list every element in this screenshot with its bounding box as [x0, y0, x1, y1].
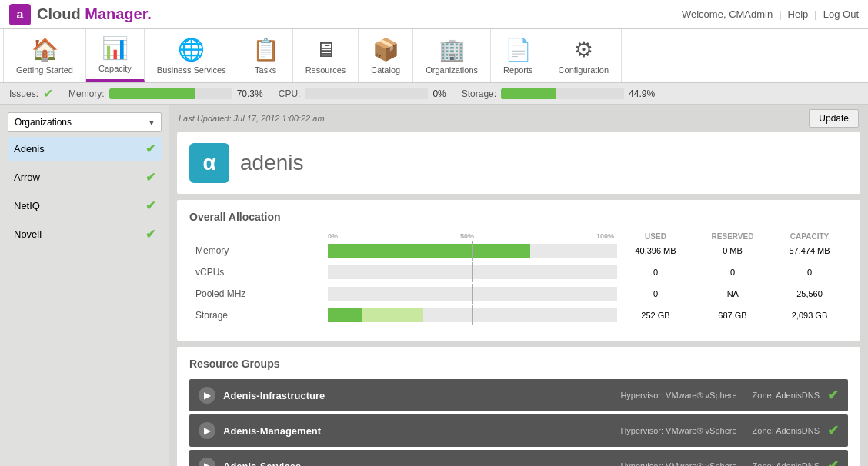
- help-link[interactable]: Help: [788, 8, 809, 20]
- sidebar-novell-label: Novell: [14, 228, 42, 240]
- memory-progress-fill: [109, 88, 195, 99]
- storage-reserved-val: 687 GB: [694, 311, 771, 320]
- sidebar-adenis-label: Adenis: [14, 143, 45, 155]
- rg-info-0: Hypervisor: VMware® vSphere Zone: Adenis…: [620, 391, 820, 400]
- content-top-bar: Last Updated: Jul 17, 2012 1:00:22 am Up…: [169, 105, 868, 132]
- issues-label: Issues:: [9, 88, 38, 99]
- nav-capacity[interactable]: 📊 Capacity: [86, 29, 145, 82]
- reports-icon: 📄: [505, 37, 532, 62]
- org-logo: α: [189, 143, 229, 183]
- nav-business-services-label: Business Services: [157, 65, 226, 75]
- storage-used-val: 252 GB: [617, 311, 694, 320]
- nav-organizations-label: Organizations: [426, 65, 478, 75]
- app-title: Cloud Manager.: [37, 5, 152, 23]
- sidebar-item-arrow[interactable]: Arrow ✔: [8, 165, 162, 189]
- content-area: Last Updated: Jul 17, 2012 1:00:22 am Up…: [169, 105, 868, 466]
- nav-reports[interactable]: 📄 Reports: [491, 29, 546, 82]
- memory-reserved-val: 0 MB: [694, 246, 771, 255]
- alloc-row-pooledmhz: Pooled MHz 0 - NA - 25,560: [189, 287, 848, 301]
- resource-groups-card: Resource Groups ▶ Adenis-Infrastructure …: [177, 347, 860, 466]
- nav-configuration-label: Configuration: [559, 65, 609, 75]
- sidebar-item-novell[interactable]: Novell ✔: [8, 222, 162, 246]
- memory-row-label: Memory: [189, 245, 328, 256]
- sidebar-item-adenis[interactable]: Adenis ✔: [8, 137, 162, 161]
- organizations-icon: 🏢: [439, 37, 466, 62]
- col-capacity-header: CAPACITY: [771, 232, 848, 241]
- nav-resources[interactable]: 🖥 Resources: [293, 29, 359, 82]
- business-icon: 🌐: [178, 37, 205, 62]
- rg-name-0: Adenis-Infrastructure: [223, 390, 613, 401]
- nav-business-services[interactable]: 🌐 Business Services: [145, 29, 239, 82]
- resources-icon: 🖥: [315, 37, 336, 62]
- storage-progress-fill: [501, 88, 556, 99]
- last-updated-text: Last Updated: Jul 17, 2012 1:00:22 am: [179, 114, 325, 123]
- rg-info-2: Hypervisor: VMware® vSphere Zone: Adenis…: [620, 461, 820, 466]
- arrow-check-icon: ✔: [145, 170, 155, 185]
- vcpus-bar-area: [328, 265, 617, 279]
- nav-organizations[interactable]: 🏢 Organizations: [413, 29, 491, 82]
- header: a Cloud Manager. Welcome, CMAdmin | Help…: [0, 0, 868, 29]
- home-icon: 🏠: [32, 37, 58, 62]
- adenis-check-icon: ✔: [145, 141, 155, 156]
- resource-groups-title: Resource Groups: [189, 358, 848, 370]
- novell-check-icon: ✔: [145, 227, 155, 241]
- org-select-wrap: Organizations: [8, 112, 162, 132]
- issues-check-icon: ✔: [43, 86, 53, 101]
- update-button[interactable]: Update: [809, 109, 859, 128]
- memory-progress-bar: [109, 88, 232, 99]
- config-icon: ⚙: [574, 37, 593, 62]
- vcpus-row-label: vCPUs: [189, 267, 328, 278]
- rg-check-icon-2: ✔: [827, 458, 839, 466]
- pooledmhz-row-label: Pooled MHz: [189, 288, 328, 299]
- memory-bar-area: [328, 244, 617, 258]
- nav-tasks-label: Tasks: [255, 65, 276, 75]
- rg-name-1: Adenis-Management: [223, 425, 613, 437]
- col-used-header: USED: [617, 232, 694, 241]
- nav-catalog[interactable]: 📦 Catalog: [359, 29, 413, 82]
- vcpus-reserved-val: 0: [694, 268, 771, 277]
- org-header-card: α adenis: [177, 132, 860, 194]
- overall-allocation-title: Overall Allocation: [189, 211, 848, 223]
- nav-getting-started-label: Getting Started: [16, 65, 73, 75]
- col-reserved-header: RESERVED: [694, 232, 771, 241]
- capacity-icon: 📊: [102, 35, 129, 61]
- nav-capacity-label: Capacity: [98, 64, 132, 73]
- status-memory: Memory: 70.3%: [68, 88, 263, 99]
- overall-allocation-card: Overall Allocation 0%50%100% USED RESERV…: [177, 200, 860, 341]
- memory-pct: 70.3%: [237, 88, 263, 99]
- catalog-icon: 📦: [372, 37, 399, 62]
- sidebar-netiq-label: NetIQ: [14, 200, 40, 211]
- rg-check-icon-0: ✔: [827, 387, 839, 404]
- storage-label: Storage:: [462, 88, 496, 99]
- sidebar-arrow-label: Arrow: [14, 171, 40, 183]
- sidebar: Organizations Adenis ✔ Arrow ✔ NetIQ ✔ N…: [0, 105, 169, 466]
- org-dropdown[interactable]: Organizations: [8, 112, 162, 132]
- logout-link[interactable]: Log Out: [823, 8, 859, 20]
- welcome-text: Welcome, CMAdmin: [682, 8, 773, 20]
- statusbar: Issues: ✔ Memory: 70.3% CPU: 0% Storage:…: [0, 83, 868, 105]
- rg-name-2: Adenis-Services: [223, 461, 613, 467]
- tasks-icon: 📋: [252, 37, 279, 62]
- rg-check-icon-1: ✔: [827, 422, 839, 439]
- nav-configuration[interactable]: ⚙ Configuration: [546, 29, 622, 82]
- vcpus-capacity-val: 0: [771, 268, 848, 277]
- storage-capacity-val: 2,093 GB: [771, 311, 848, 320]
- nav-getting-started[interactable]: 🏠 Getting Started: [3, 29, 86, 82]
- sidebar-item-netiq[interactable]: NetIQ ✔: [8, 194, 162, 218]
- memory-capacity-val: 57,474 MB: [771, 246, 848, 255]
- storage-used-bar: [328, 308, 362, 322]
- resource-group-item-0[interactable]: ▶ Adenis-Infrastructure Hypervisor: VMwa…: [189, 379, 848, 411]
- alloc-row-storage: Storage 252 GB 687 GB 2,093 GB: [189, 308, 848, 322]
- resource-group-item-1[interactable]: ▶ Adenis-Management Hypervisor: VMware® …: [189, 414, 848, 447]
- resource-group-item-2[interactable]: ▶ Adenis-Services Hypervisor: VMware® vS…: [189, 450, 848, 466]
- vcpus-used-val: 0: [617, 268, 694, 277]
- rg-play-icon-1: ▶: [199, 422, 215, 439]
- main: Organizations Adenis ✔ Arrow ✔ NetIQ ✔ N…: [0, 105, 868, 466]
- memory-used-bar: [328, 244, 530, 258]
- nav-tasks[interactable]: 📋 Tasks: [239, 29, 293, 82]
- alloc-table-header: 0%50%100% USED RESERVED CAPACITY: [189, 232, 848, 241]
- memory-used-val: 40,396 MB: [617, 246, 694, 255]
- nav-resources-label: Resources: [305, 65, 346, 75]
- status-issues: Issues: ✔: [9, 86, 53, 101]
- nav-reports-label: Reports: [503, 65, 533, 75]
